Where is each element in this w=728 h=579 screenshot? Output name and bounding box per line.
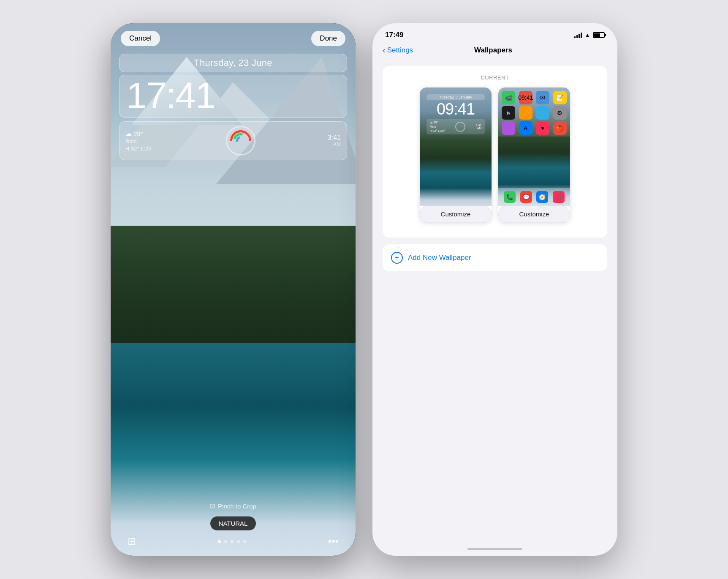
apps-row-3: A ♥ 🍎: [501, 121, 568, 135]
battery-icon: [593, 32, 605, 38]
filter-pill: NATURAL: [210, 516, 256, 530]
dock-messages: 💬: [520, 191, 532, 203]
app-tv: tv: [502, 106, 515, 120]
signal-bar-1: [574, 36, 576, 38]
battery-fill: [594, 33, 600, 37]
nav-bar: ‹ Settings Wallpapers: [372, 39, 617, 59]
thumb-activity: [455, 122, 465, 132]
cloud-icon: ☁: [125, 130, 132, 137]
app-notes: 📝: [553, 91, 567, 104]
weather-line1: ☁ 29°: [125, 130, 154, 137]
pinch-text: Pinch to Crop: [218, 503, 256, 510]
chevron-left-icon: ‹: [383, 45, 386, 55]
signal-bars: [574, 32, 582, 38]
thumb-lock-date: Tuesday, 3 January: [426, 94, 485, 100]
alarm-time: 3:41: [328, 134, 341, 142]
dock-music: 🎵: [553, 191, 565, 203]
bottom-bar: ⊞ •••: [111, 535, 356, 556]
gallery-icon[interactable]: ⊞: [128, 535, 136, 547]
app-apple: 🍎: [553, 121, 567, 135]
activity-rings: [230, 130, 251, 151]
right-phone: 17:49 ▲ ‹ Settings Wallpapers: [372, 23, 617, 556]
phone-ui: Cancel Done Thursday, 23 June 17:41 ☁ 29…: [111, 23, 356, 556]
thumb-alarm: 3:41AM: [476, 124, 482, 130]
apps-grid: 📹 09:41 ✉ 📝 tv ⚙: [498, 87, 570, 135]
home-customize-button[interactable]: Customize: [498, 206, 570, 222]
crop-icon: ⊡: [210, 502, 215, 510]
weather-widget: ☁ 29° Rain H:32° L:25°: [125, 130, 154, 152]
date-text: Thursday, 23 June: [194, 57, 272, 68]
signal-bar-2: [576, 35, 578, 38]
page-title: Wallpapers: [413, 46, 573, 55]
top-bar: Cancel Done: [111, 23, 356, 50]
alarm-widget: 3:41 AM: [328, 134, 341, 147]
app-maps: [536, 106, 549, 120]
current-section: CURRENT Tuesday, 3 January 09:41 ☁ 29°Ra…: [383, 66, 607, 238]
app-health: ♥: [536, 121, 549, 135]
add-wallpaper-row[interactable]: + Add New Wallpaper: [383, 244, 607, 271]
dock-phone: 📞: [504, 191, 516, 203]
dock-bar: 📞 💬 🧭 🎵: [498, 188, 570, 206]
weather-condition: Rain: [125, 138, 154, 145]
dot-2: [224, 540, 227, 543]
apps-row-1: 📹 09:41 ✉ 📝: [501, 91, 568, 104]
thumb-weather: ☁ 29°RainH:32° L:25°: [430, 120, 445, 133]
left-phone: Cancel Done Thursday, 23 June 17:41 ☁ 29…: [111, 23, 356, 556]
thumb-lock-time: 09:41: [437, 101, 475, 117]
wifi-icon: ▲: [584, 32, 590, 38]
time-widget[interactable]: 17:41: [119, 75, 347, 118]
pinch-label: ⊡ Pinch to Crop: [111, 502, 356, 510]
dot-3: [231, 540, 234, 543]
thumb-widgets: ☁ 29°RainH:32° L:25° 3:41AM: [426, 119, 485, 134]
add-wallpaper-label: Add New Wallpaper: [408, 254, 471, 262]
signal-bar-4: [581, 33, 582, 38]
activity-widget: [226, 126, 255, 156]
cancel-button[interactable]: Cancel: [121, 31, 160, 46]
home-thumb-inner: 📹 09:41 ✉ 📝 tv ⚙: [498, 87, 570, 206]
done-button[interactable]: Done: [311, 31, 345, 46]
app-mail: ✉: [536, 91, 549, 104]
home-apps-overlay: 📹 09:41 ✉ 📝 tv ⚙: [498, 87, 570, 137]
more-icon[interactable]: •••: [328, 535, 339, 547]
status-bar: 17:49 ▲: [372, 23, 617, 39]
home-screen-thumb[interactable]: 📹 09:41 ✉ 📝 tv ⚙: [498, 87, 570, 222]
weather-hi-lo: H:32° L:25°: [125, 145, 154, 152]
alarm-label: AM: [328, 142, 341, 147]
dot-4: [237, 540, 240, 543]
app-calendar: 09:41: [519, 91, 532, 104]
widget-row[interactable]: ☁ 29° Rain H:32° L:25° 3:41 AM: [119, 121, 347, 160]
back-label: Settings: [387, 46, 413, 55]
add-wallpaper-icon: +: [391, 252, 403, 264]
date-widget[interactable]: Thursday, 23 June: [119, 54, 347, 72]
dot-1: [218, 540, 221, 543]
app-appstore2: [519, 106, 532, 120]
signal-bar-3: [579, 34, 580, 38]
lock-customize-button[interactable]: Customize: [420, 206, 492, 222]
wallpaper-pair: Tuesday, 3 January 09:41 ☁ 29°RainH:32° …: [389, 87, 600, 222]
section-label: CURRENT: [389, 74, 600, 81]
apps-row-2: tv ⚙: [501, 106, 568, 120]
dot-5: [243, 540, 246, 543]
app-facetime: 📹: [502, 91, 515, 104]
lock-thumb-inner: Tuesday, 3 January 09:41 ☁ 29°RainH:32° …: [420, 87, 492, 206]
lock-screen-thumb[interactable]: Tuesday, 3 January 09:41 ☁ 29°RainH:32° …: [420, 87, 492, 222]
home-bar: [467, 548, 522, 550]
app-appstore: A: [519, 121, 532, 135]
app-podcasts: [502, 121, 515, 135]
weather-temp: 29°: [133, 130, 143, 137]
settings-ui: 17:49 ▲ ‹ Settings Wallpapers: [372, 23, 617, 556]
time-display: 17:41: [126, 77, 340, 114]
status-time: 17:49: [385, 31, 403, 39]
status-icons: ▲: [574, 32, 605, 38]
back-button[interactable]: ‹ Settings: [383, 45, 413, 55]
home-indicator: [372, 541, 617, 556]
dots-row: [218, 540, 246, 543]
dock-safari: 🧭: [536, 191, 548, 203]
wallpaper-content: CURRENT Tuesday, 3 January 09:41 ☁ 29°Ra…: [372, 59, 617, 541]
app-settings: ⚙: [553, 106, 567, 120]
